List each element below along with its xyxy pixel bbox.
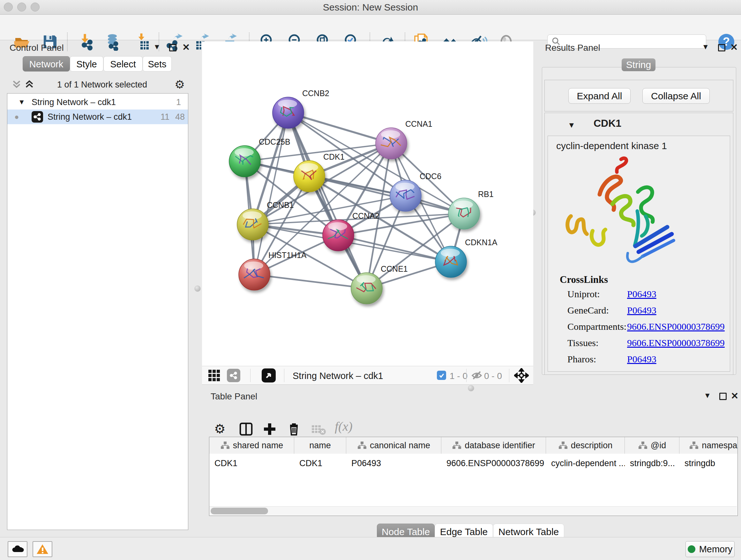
horizontal-scrollbar[interactable]: [209, 506, 737, 516]
network-selection-status: 1 of 1 Network selected: [40, 80, 164, 90]
table-cell[interactable]: 9606.ENSP00000378699: [441, 456, 546, 470]
crosslink-label: Uniprot:: [567, 289, 600, 300]
tab-sets[interactable]: Sets: [143, 56, 172, 71]
main-toolbar: ?: [0, 15, 741, 40]
tab-string[interactable]: String: [622, 58, 656, 71]
control-panel-close-icon[interactable]: ✕: [182, 44, 190, 51]
horizontal-splitter-grip[interactable]: [468, 385, 474, 391]
network-row-label: String Network – cdk1: [48, 110, 132, 124]
svg-text:CDK1: CDK1: [323, 152, 345, 161]
hidden-counts: 0 - 0: [484, 371, 502, 381]
warning-button[interactable]: [32, 541, 52, 557]
crosslink-link[interactable]: P06493: [627, 305, 657, 316]
table-settings-gear-icon[interactable]: ⚙: [214, 422, 226, 436]
crosslink-link[interactable]: 9606.ENSP00000378699: [627, 321, 725, 332]
control-panel-title: Control Panel: [10, 43, 64, 53]
crosshair-icon[interactable]: [514, 368, 529, 384]
network-node-count: 11: [160, 110, 170, 124]
table-cell[interactable]: CDK1: [294, 456, 346, 470]
table-panel-collapse-icon[interactable]: ▾: [705, 392, 710, 398]
protein-structure-image: [562, 153, 686, 268]
network-view-toolbar: String Network – cdk1 1 - 0 0 - 0: [202, 366, 533, 385]
network-canvas[interactable]: CCNB2CCNA1CDC25BCDK1CDC6RB1CCNB1CCNA2CDK…: [202, 42, 533, 366]
crosslink-link[interactable]: P06493: [627, 354, 657, 365]
control-panel-float-icon[interactable]: [169, 44, 177, 51]
string-network-graph[interactable]: CCNB2CCNA1CDC25BCDK1CDC6RB1CCNB1CCNA2CDK…: [202, 42, 533, 366]
table-cell[interactable]: stringdb: [679, 456, 738, 470]
results-panel-float-icon[interactable]: [718, 44, 725, 51]
svg-text:CCNB1: CCNB1: [267, 200, 294, 209]
table-panel-close-icon[interactable]: ✕: [731, 392, 738, 399]
tree-icon: [452, 441, 461, 450]
column-header-database-identifier[interactable]: database identifier: [441, 437, 546, 454]
svg-text:CDKN1A: CDKN1A: [465, 238, 497, 247]
table-panel-float-icon[interactable]: [719, 393, 727, 400]
memory-button[interactable]: Memory: [685, 541, 735, 557]
crosslink-label: Tissues:: [567, 337, 598, 348]
crosslink-link[interactable]: 9606.ENSP00000378699: [627, 337, 725, 348]
import-table-icon[interactable]: [133, 33, 151, 51]
collapse-all-button[interactable]: Collapse All: [643, 88, 710, 104]
column-header-name[interactable]: name: [294, 437, 346, 454]
delete-column-icon[interactable]: [287, 422, 301, 437]
svg-text:CCNB2: CCNB2: [302, 89, 329, 98]
delete-table-icon: [311, 424, 327, 437]
crosslinks-title: CrossLinks: [560, 274, 608, 286]
status-bar: Memory: [0, 537, 741, 560]
gene-collapse-icon[interactable]: ▼: [568, 121, 576, 130]
tree-icon: [558, 441, 568, 450]
split-columns-icon[interactable]: [239, 422, 253, 437]
selected-checkbox[interactable]: [437, 371, 446, 380]
svg-text:HIST1H1A: HIST1H1A: [268, 251, 307, 260]
network-view-title: String Network – cdk1: [293, 371, 383, 381]
tree-icon: [220, 441, 230, 450]
table-cell[interactable]: P06493: [346, 456, 441, 470]
collapse-all-networks-icon[interactable]: [12, 79, 21, 91]
node-table: shared name name canonical name database…: [209, 437, 738, 516]
import-network-icon[interactable]: [77, 33, 95, 51]
column-header-description[interactable]: description: [546, 437, 625, 454]
birdseye-view-icon[interactable]: [262, 368, 276, 382]
tab-style[interactable]: Style: [70, 56, 104, 71]
table-cell[interactable]: cyclin-dependent ...: [546, 456, 625, 470]
add-column-icon[interactable]: [263, 422, 277, 437]
column-header-id[interactable]: @id: [625, 437, 679, 454]
network-options-gear-icon[interactable]: ⚙: [175, 78, 185, 91]
network-share-icon[interactable]: [227, 369, 240, 382]
column-header-shared-name[interactable]: shared name: [209, 437, 294, 454]
import-database-icon[interactable]: [104, 33, 122, 51]
collection-count: 1: [176, 95, 181, 110]
gene-name: CDK1: [594, 118, 621, 129]
title-bar: Session: New Session: [0, 0, 741, 15]
network-list: ▼ String Network – cdk1 1 ● String Netwo…: [7, 93, 188, 530]
tab-network[interactable]: Network: [23, 56, 70, 71]
control-panel-collapse-icon[interactable]: ▾: [155, 44, 159, 50]
results-panel-close-icon[interactable]: ✕: [730, 44, 738, 51]
svg-text:RB1: RB1: [478, 190, 494, 199]
scrollbar-thumb[interactable]: [211, 508, 268, 514]
table-cell[interactable]: CDK1: [209, 456, 294, 470]
tree-icon: [357, 441, 367, 450]
window-title: Session: New Session: [0, 0, 741, 14]
network-edge-count: 48: [175, 110, 185, 124]
network-collection-row[interactable]: ▼ String Network – cdk1 1: [7, 95, 188, 110]
crosslink-label: GeneCard:: [567, 305, 609, 316]
cloud-button[interactable]: [8, 541, 27, 557]
column-header-canonical-name[interactable]: canonical name: [346, 437, 441, 454]
hidden-eye-icon[interactable]: [471, 370, 483, 382]
crosslink-link[interactable]: P06493: [627, 289, 657, 300]
expand-all-networks-icon[interactable]: [24, 79, 34, 91]
tab-select[interactable]: Select: [104, 56, 143, 71]
collection-expand-icon[interactable]: ▼: [18, 95, 25, 110]
svg-text:CCNA1: CCNA1: [405, 119, 432, 128]
network-row-selected[interactable]: ● String Network – cdk1 11 48: [7, 110, 188, 124]
results-panel-collapse-icon[interactable]: ▾: [703, 44, 708, 50]
column-header-namespace[interactable]: namespace: [679, 437, 738, 454]
svg-text:CDC25B: CDC25B: [259, 137, 290, 146]
vertical-splitter-grip-left[interactable]: [194, 286, 201, 292]
table-cell[interactable]: stringdb:9...: [625, 456, 679, 470]
grid-view-icon[interactable]: [208, 369, 220, 383]
string-network-icon: [31, 111, 43, 123]
table-panel-title: Table Panel: [211, 391, 257, 401]
expand-all-button[interactable]: Expand All: [568, 88, 630, 104]
